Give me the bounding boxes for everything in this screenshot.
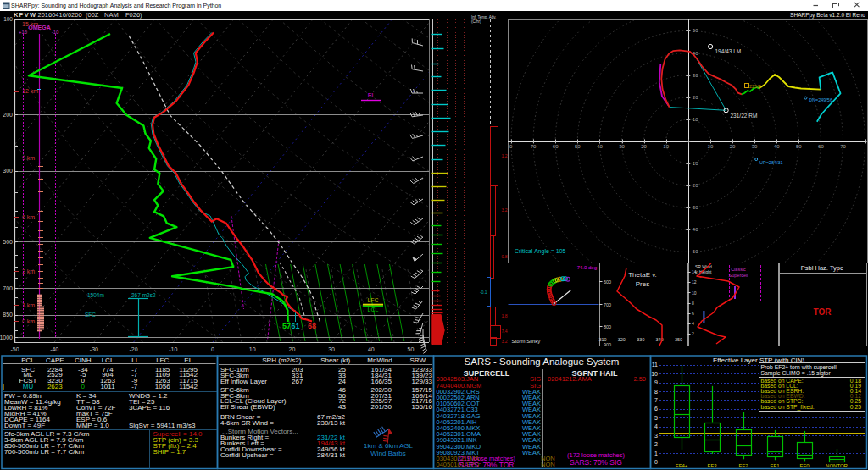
svg-text:SARS: 79% TOR: SARS: 79% TOR: [459, 461, 515, 469]
svg-text:3CAPE = 116: 3CAPE = 116: [129, 404, 170, 412]
svg-text:6: 6: [654, 406, 658, 412]
svg-text:500: 500: [3, 239, 13, 245]
svg-text:LCL: LCL: [102, 357, 114, 364]
svg-text:-40: -40: [50, 346, 58, 352]
svg-text:3: 3: [654, 433, 658, 439]
svg-text:SFC: SFC: [85, 312, 96, 318]
svg-text:EF2: EF2: [738, 463, 748, 468]
svg-text:SRW: SRW: [410, 357, 426, 364]
svg-text:02041212.AMA: 02041212.AMA: [548, 375, 592, 383]
svg-text:320: 320: [618, 337, 626, 342]
svg-text:50: 50: [796, 144, 802, 149]
svg-text:Psbl Haz. Type: Psbl Haz. Type: [801, 264, 843, 272]
svg-text:6: 6: [692, 311, 694, 316]
svg-text:9: 9: [654, 379, 658, 385]
svg-text:10: 10: [693, 117, 698, 122]
svg-text:LCL: LCL: [368, 307, 379, 312]
svg-text:-0.1: -0.1: [480, 290, 487, 295]
svg-text:(00Z: (00Z: [86, 11, 99, 19]
svg-text:8: 8: [692, 301, 694, 306]
svg-text:Sample CLIMO = .15 sigtor: Sample CLIMO = .15 sigtor: [761, 370, 832, 377]
svg-text:CAPE: CAPE: [46, 357, 64, 364]
svg-text:30: 30: [693, 73, 698, 78]
svg-text:70: 70: [840, 144, 846, 149]
svg-text:OMEGA: OMEGA: [28, 25, 50, 30]
svg-text:9 km: 9 km: [22, 155, 35, 161]
svg-text:Classic: Classic: [731, 267, 746, 272]
svg-text:7.4: 7.4: [502, 329, 508, 334]
svg-text:NAM: NAM: [104, 11, 119, 19]
svg-text:14: 14: [692, 269, 697, 274]
svg-text:SARS: 70% SIG: SARS: 70% SIG: [570, 458, 622, 467]
svg-text:MnWind: MnWind: [367, 357, 392, 364]
svg-text:based on STP_fixed:: based on STP_fixed:: [761, 404, 815, 411]
svg-text:EL: EL: [184, 357, 192, 364]
svg-text:-10: -10: [169, 346, 177, 352]
svg-text:40: 40: [597, 144, 603, 149]
svg-text:Corfidi Upshear =: Corfidi Upshear =: [220, 451, 274, 459]
svg-text:267: 267: [292, 378, 303, 385]
svg-text:20: 20: [693, 183, 698, 188]
svg-text:310: 310: [598, 337, 606, 342]
svg-text:+10: +10: [19, 30, 28, 35]
svg-text:1km & 6km AGL: 1km & 6km AGL: [364, 442, 413, 450]
svg-text:50: 50: [408, 346, 415, 352]
svg-text:EF4+: EF4+: [676, 463, 688, 468]
svg-text:700: 700: [604, 302, 611, 307]
svg-text:10: 10: [693, 161, 698, 166]
svg-text:350: 350: [675, 337, 682, 342]
svg-text:DN=249/56: DN=249/56: [809, 97, 832, 102]
svg-text:20: 20: [289, 346, 296, 352]
svg-text:8: 8: [654, 389, 658, 395]
svg-text:225/9: 225/9: [749, 84, 761, 89]
svg-text:40: 40: [774, 144, 780, 149]
svg-text:850: 850: [3, 312, 13, 318]
svg-text:900: 900: [604, 342, 611, 347]
svg-text:LFC: LFC: [156, 357, 169, 364]
svg-text:1504m: 1504m: [87, 292, 104, 298]
svg-text:50: 50: [575, 144, 581, 149]
svg-text:3.2: 3.2: [502, 207, 508, 213]
svg-text:SHIP = 1.7: SHIP = 1.7: [153, 448, 186, 456]
svg-text:30: 30: [693, 205, 698, 210]
svg-text:5: 5: [654, 415, 658, 421]
svg-text:Shear (kt): Shear (kt): [320, 357, 350, 364]
svg-text:0: 0: [81, 383, 86, 390]
svg-text:10: 10: [708, 144, 714, 149]
svg-text:40: 40: [693, 227, 698, 232]
svg-text:20160416/0200: 20160416/0200: [38, 11, 82, 19]
svg-text:1056: 1056: [155, 383, 170, 390]
svg-text:NONTOR: NONTOR: [826, 463, 849, 468]
svg-text:Wind Barbs: Wind Barbs: [370, 450, 405, 457]
svg-text:12 km: 12 km: [22, 88, 38, 94]
svg-text:0 km: 0 km: [22, 318, 35, 324]
svg-text:200: 200: [3, 112, 13, 118]
svg-text:10: 10: [663, 144, 669, 149]
svg-text:ThetaE v.: ThetaE v.: [628, 271, 657, 279]
svg-text:284/31 kt: 284/31 kt: [317, 451, 346, 459]
svg-text:0: 0: [211, 346, 214, 352]
svg-text:2: 2: [654, 441, 658, 447]
svg-text:-20: -20: [130, 346, 138, 352]
svg-text:TOR: TOR: [814, 307, 832, 317]
svg-text:Eff Inflow Layer: Eff Inflow Layer: [220, 378, 267, 385]
svg-text:30: 30: [328, 346, 335, 352]
svg-text:NON: NON: [541, 461, 555, 468]
svg-text:267 m2s2: 267 m2s2: [131, 292, 156, 298]
svg-text:201/30: 201/30: [371, 403, 392, 411]
svg-text:SigSvr = 59411 m3/s3: SigSvr = 59411 m3/s3: [129, 422, 196, 429]
svg-text:330: 330: [637, 337, 644, 342]
svg-text:2.50: 2.50: [633, 375, 646, 383]
svg-text:61: 61: [291, 322, 299, 330]
svg-text:PCL: PCL: [21, 357, 35, 364]
svg-text:6 km: 6 km: [22, 214, 35, 220]
svg-text:MMP = 1.0: MMP = 1.0: [76, 422, 109, 429]
svg-text:1.2: 1.2: [502, 153, 508, 158]
svg-text:166/35: 166/35: [371, 378, 392, 385]
svg-text:F026): F026): [125, 11, 142, 19]
svg-text:0.25: 0.25: [850, 404, 861, 410]
svg-text:SRH (m2/s2): SRH (m2/s2): [262, 357, 302, 364]
svg-text:600: 600: [604, 279, 611, 285]
svg-text:60: 60: [553, 144, 559, 149]
svg-text:DownT = 49F: DownT = 49F: [4, 422, 45, 429]
